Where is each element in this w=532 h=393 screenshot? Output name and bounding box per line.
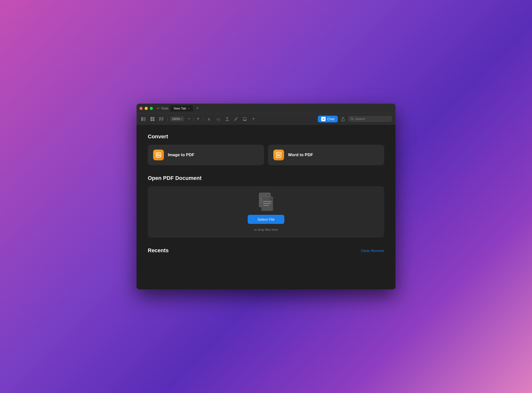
tab-bar: New Tab × + [170,105,393,111]
search-placeholder-text: Search [355,117,365,121]
svg-rect-12 [161,119,163,120]
reader-view-icon[interactable] [158,115,165,123]
recents-title: Recents [148,247,169,254]
tab-title: New Tab [174,107,186,110]
sidebar-toggle-icon[interactable] [140,115,147,123]
recents-header: Recents Clear Recents [148,247,384,254]
image-to-pdf-label: Image to PDF [168,153,194,157]
minimize-button[interactable] [145,107,148,110]
svg-rect-37 [263,205,269,206]
clear-recents-button[interactable]: Clear Recents [361,249,384,253]
svg-rect-17 [225,120,229,121]
chevron-down-icon: ▾ [181,118,182,120]
ai-icon: ai [321,117,326,121]
svg-rect-10 [161,117,163,118]
toolbar: 100% ▾ − | + A T T [137,113,395,125]
svg-text:A: A [208,118,210,121]
search-bar[interactable]: Search [348,116,392,122]
svg-rect-19 [243,120,246,121]
drop-hint-text: or drop files here [254,228,278,231]
zoom-control[interactable]: 100% ▾ [170,116,184,121]
text-tool-icon[interactable]: A [206,115,213,123]
svg-rect-13 [161,120,163,121]
svg-rect-4 [150,119,152,121]
add-icon[interactable]: + [250,115,257,123]
convert-grid: Image to PDF W Word to PDF [148,145,384,165]
svg-text:W: W [277,153,280,157]
svg-rect-36 [263,203,271,204]
traffic-lights [139,107,153,110]
share-icon[interactable] [339,115,347,123]
maximize-button[interactable] [150,107,153,110]
chat-button[interactable]: ai Chat [318,116,338,122]
file-icon [258,192,274,211]
active-tab[interactable]: New Tab × [170,105,193,111]
svg-rect-3 [153,117,154,119]
open-pdf-title: Open PDF Document [148,175,384,181]
zoom-in-button[interactable]: + [195,116,201,122]
image-to-pdf-icon [153,150,164,160]
main-content: Convert Image to PDF [137,125,395,289]
svg-rect-9 [159,120,160,121]
svg-text:T: T [218,118,220,121]
grid-view-icon[interactable] [149,115,156,123]
new-tab-button[interactable]: + [194,106,200,111]
svg-point-24 [157,153,158,154]
svg-rect-0 [141,117,143,121]
svg-line-21 [353,120,353,120]
word-to-pdf-label: Word to PDF [288,153,313,157]
svg-rect-8 [159,119,161,120]
search-icon [351,117,354,120]
svg-rect-5 [153,119,154,121]
word-to-pdf-card[interactable]: W Word to PDF [268,145,384,165]
titlebar: ✂ Tools New Tab × + [137,104,395,113]
text-size-icon[interactable]: T T [215,115,222,123]
image-to-pdf-card[interactable]: Image to PDF [148,145,264,165]
stamp-icon[interactable] [241,115,248,123]
svg-rect-18 [243,118,246,120]
upload-icon[interactable] [223,115,231,123]
svg-rect-35 [263,201,271,202]
close-button[interactable] [139,107,143,110]
scissors-icon: ✂ [157,107,160,110]
svg-rect-6 [159,117,161,118]
chat-label: Chat [327,117,334,121]
svg-rect-7 [159,118,161,119]
convert-section-title: Convert [148,133,384,140]
edit-icon[interactable] [232,115,240,123]
app-window: ✂ Tools New Tab × + [137,104,395,289]
open-pdf-section: Open PDF Document [148,175,384,238]
zoom-separator: | [193,117,194,121]
select-file-button[interactable]: Select File [248,215,284,224]
svg-text:T: T [216,118,218,121]
drop-zone[interactable]: Select File or drop files here [148,186,384,238]
tab-close-button[interactable]: × [188,107,190,110]
svg-rect-11 [161,118,163,119]
zoom-out-button[interactable]: − [186,116,192,122]
word-to-pdf-icon: W [273,150,284,160]
svg-rect-2 [150,117,152,119]
tools-label-text: Tools [161,107,168,110]
toolbar-divider-1 [167,117,168,121]
svg-rect-22 [156,153,161,157]
zoom-level-text: 100% [172,117,180,121]
tools-menu[interactable]: ✂ Tools [157,107,168,110]
svg-rect-1 [143,117,146,121]
toolbar-divider-2 [203,117,203,121]
